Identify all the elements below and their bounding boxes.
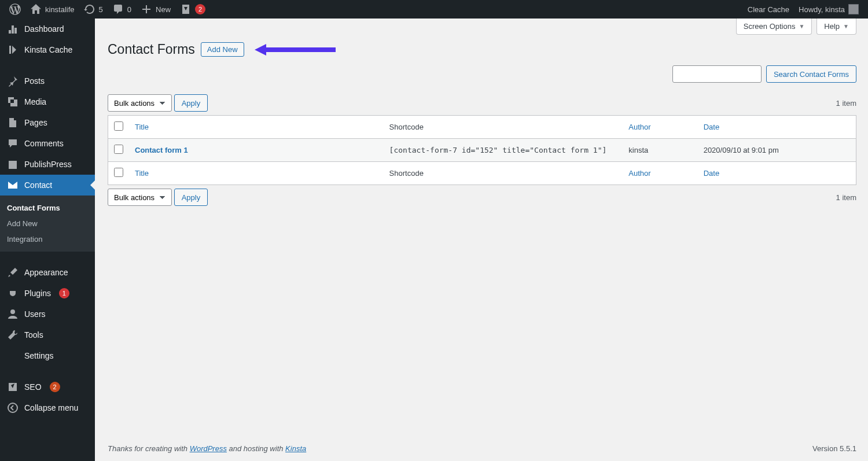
new-content[interactable]: New — [136, 0, 175, 19]
col-date[interactable]: Date — [704, 123, 719, 131]
col-title[interactable]: Title — [135, 123, 149, 131]
seo-notifications[interactable]: 2 — [175, 0, 210, 19]
apply-button-bottom[interactable]: Apply — [174, 189, 208, 206]
tablenav-top: Bulk actions Apply 1 item — [108, 94, 856, 112]
menu-seo[interactable]: SEO2 — [0, 377, 95, 397]
collapse-menu[interactable]: Collapse menu — [0, 397, 95, 418]
menu-publishpress[interactable]: PublishPress — [0, 154, 95, 175]
wordpress-icon — [9, 3, 21, 15]
dashboard-icon — [7, 23, 19, 35]
help-tab[interactable]: Help▼ — [816, 19, 856, 35]
page-icon — [7, 117, 19, 128]
site-name[interactable]: kinstalife — [25, 0, 79, 19]
kinsta-link[interactable]: Kinsta — [285, 444, 306, 453]
calendar-icon — [7, 158, 19, 170]
media-icon — [7, 96, 19, 108]
updates-count: 5 — [99, 5, 103, 14]
menu-media[interactable]: Media — [0, 91, 95, 112]
yoast-icon — [180, 3, 192, 15]
version-text: Version 5.5.1 — [812, 444, 856, 453]
col-shortcode-foot: Shortcode — [384, 162, 623, 185]
col-date-foot[interactable]: Date — [704, 169, 719, 178]
submenu-contact-forms[interactable]: Contact Forms — [0, 200, 95, 216]
search-input[interactable] — [672, 65, 762, 83]
menu-posts[interactable]: Posts — [0, 71, 95, 91]
date-cell: 2020/09/10 at 9:01 pm — [698, 139, 856, 162]
home-icon — [30, 3, 42, 15]
plus-icon — [141, 3, 152, 15]
sliders-icon — [7, 350, 19, 362]
wp-logo[interactable] — [5, 0, 25, 19]
chevron-down-icon: ▼ — [799, 23, 804, 29]
comments-count: 0 — [127, 5, 131, 14]
menu-appearance[interactable]: Appearance — [0, 262, 95, 283]
clear-cache[interactable]: Clear Cache — [743, 0, 794, 19]
comments[interactable]: 0 — [108, 0, 136, 19]
footer-text: Thanks for creating with WordPress and h… — [108, 444, 306, 453]
mail-icon — [7, 179, 19, 191]
apply-button-top[interactable]: Apply — [174, 94, 208, 112]
update-icon — [84, 3, 95, 15]
site-name-text: kinstalife — [45, 5, 75, 14]
menu-tools[interactable]: Tools — [0, 324, 95, 345]
col-title-foot[interactable]: Title — [135, 169, 149, 178]
menu-settings[interactable]: Settings — [0, 345, 95, 366]
search-row: Search Contact Forms — [108, 65, 856, 83]
menu-dashboard[interactable]: Dashboard — [0, 19, 95, 39]
bulk-actions-select-bottom[interactable]: Bulk actions — [108, 189, 172, 206]
plug-icon — [7, 287, 19, 299]
yoast-menu-icon — [7, 381, 19, 393]
svg-point-0 — [8, 403, 17, 412]
tablenav-bottom: Bulk actions Apply 1 item — [108, 189, 856, 206]
comments-icon — [112, 3, 124, 15]
user-icon — [7, 308, 19, 320]
wordpress-link[interactable]: WordPress — [190, 444, 227, 453]
menu-contact[interactable]: Contact — [0, 175, 95, 196]
menu-comments[interactable]: Comments — [0, 133, 95, 154]
admin-bar: kinstalife 5 0 New 2 Clear Cache Howdy, … — [0, 0, 868, 19]
admin-footer: Thanks for creating with WordPress and h… — [108, 434, 856, 461]
col-shortcode: Shortcode — [384, 116, 623, 139]
brush-icon — [7, 267, 19, 278]
search-button[interactable]: Search Contact Forms — [766, 65, 856, 83]
collapse-icon — [7, 402, 19, 414]
submenu-add-new[interactable]: Add New — [0, 216, 95, 231]
add-new-button[interactable]: Add New — [201, 42, 244, 57]
avatar — [848, 4, 859, 14]
notifications-badge: 2 — [195, 4, 205, 14]
submenu-contact: Contact Forms Add New Integration — [0, 196, 95, 252]
table-row: Contact form 1 [contact-form-7 id="152" … — [108, 139, 856, 162]
col-author[interactable]: Author — [628, 123, 650, 131]
menu-pages[interactable]: Pages — [0, 112, 95, 133]
col-author-foot[interactable]: Author — [628, 169, 650, 178]
updates[interactable]: 5 — [79, 0, 108, 19]
bulk-actions-select-top[interactable]: Bulk actions — [108, 94, 172, 112]
row-checkbox[interactable] — [114, 145, 123, 154]
menu-plugins[interactable]: Plugins1 — [0, 283, 95, 304]
page-title: Contact Forms — [108, 42, 195, 57]
item-count-bottom: 1 item — [836, 193, 856, 202]
admin-sidebar: Dashboard Kinsta Cache Posts Media Pages… — [0, 19, 95, 461]
author-cell: kinsta — [623, 139, 697, 162]
new-label: New — [156, 5, 171, 14]
howdy-text: Howdy, kinsta — [799, 5, 845, 14]
shortcode-text: [contact-form-7 id="152" title="Contact … — [389, 146, 607, 154]
item-count-top: 1 item — [836, 99, 856, 108]
annotation-arrow — [255, 43, 336, 57]
screen-options-tab[interactable]: Screen Options▼ — [736, 19, 812, 35]
pin-icon — [7, 75, 19, 87]
svg-marker-1 — [255, 44, 336, 56]
main-content: Screen Options▼ Help▼ Contact Forms Add … — [95, 19, 868, 461]
chevron-down-icon: ▼ — [843, 23, 849, 29]
forms-table: Title Shortcode Author Date Contact form… — [108, 115, 856, 185]
page-header: Contact Forms Add New — [108, 42, 856, 57]
wrench-icon — [7, 329, 19, 341]
select-all-bottom[interactable] — [114, 168, 123, 177]
my-account[interactable]: Howdy, kinsta — [794, 0, 863, 19]
plugins-update-badge: 1 — [59, 288, 69, 298]
menu-kinsta-cache[interactable]: Kinsta Cache — [0, 39, 95, 60]
select-all-top[interactable] — [114, 121, 123, 131]
submenu-integration[interactable]: Integration — [0, 231, 95, 247]
form-title-link[interactable]: Contact form 1 — [135, 146, 188, 154]
menu-users[interactable]: Users — [0, 304, 95, 324]
